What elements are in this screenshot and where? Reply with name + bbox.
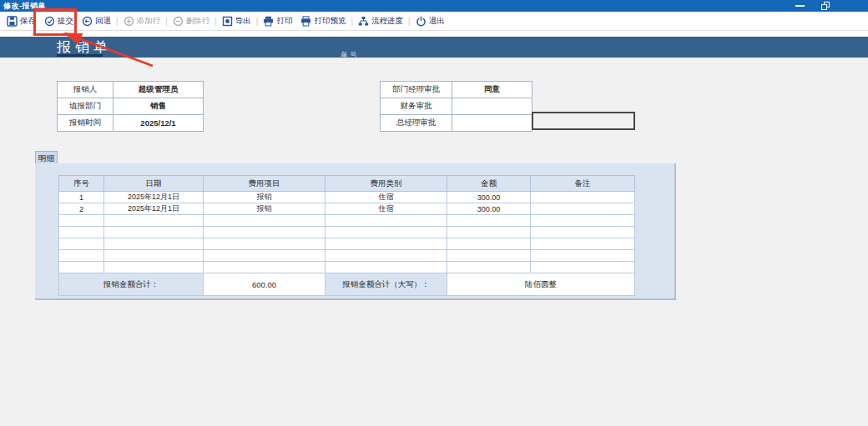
total-amount-label: 报销金额合计： [59,273,204,296]
grid-cell[interactable] [326,250,447,262]
col-header-date: 日期 [104,176,204,192]
grid-cell[interactable] [447,262,531,273]
export-label: 导出 [235,16,251,27]
add-row-label: 添加行 [137,16,161,27]
exit-label: 退出 [429,16,445,27]
grid-cell[interactable] [531,250,635,262]
toolbar-separator: | [214,17,217,26]
grid-cell[interactable]: 住宿 [326,192,447,203]
grid-cell[interactable]: 2025年12月1日 [104,203,204,215]
grid-cell[interactable] [326,227,447,238]
date-field[interactable]: 2025/12/1 [114,115,204,132]
print-button[interactable]: 打印 [259,14,296,28]
table-row: 报销人 超级管理员 [58,82,204,98]
grid-cell[interactable] [326,215,447,227]
grid-cell[interactable] [59,250,104,262]
print-icon [263,16,274,27]
toolbar-separator: | [256,17,259,26]
grid-cell[interactable] [531,203,635,215]
grid-cell[interactable] [204,238,326,250]
grid-cell[interactable] [326,262,447,273]
grid-cell[interactable]: 2 [59,203,104,215]
gm-approval-field[interactable] [452,115,532,132]
col-header-expense-type: 费用类别 [326,176,447,192]
grid-cell[interactable] [204,250,326,262]
col-header-expense-item: 费用项目 [204,176,326,192]
app-window: 修改-报销单 保存 提交 回退 | 添加行 | [0,0,868,426]
save-icon [7,16,18,27]
grid-cell[interactable] [59,262,104,273]
grid-cell[interactable]: 报销 [204,203,326,215]
grid-cell[interactable] [531,238,635,250]
grid-cell[interactable]: 报销 [204,192,326,203]
reimburser-field[interactable]: 超级管理员 [114,82,204,98]
reimburser-label: 报销人 [58,82,114,98]
grid-cell[interactable] [204,227,326,238]
minimize-button[interactable] [795,5,805,7]
total-caps-label: 报销金额合计（大写）： [326,273,447,296]
export-button[interactable]: 导出 [218,14,255,28]
grid-cell[interactable]: 300.00 [447,203,531,215]
table-row: 填报部门 销售 [58,98,204,115]
delete-row-icon [173,16,184,27]
grid-cell[interactable] [447,215,531,227]
order-number-label: 单号 [341,50,359,61]
grid-cell[interactable] [104,238,204,250]
print-preview-button[interactable]: 打印预览 [296,14,350,28]
grid-cell[interactable] [104,227,204,238]
toolbar-gap [0,31,868,37]
grid-cell[interactable] [326,238,447,250]
form-banner [0,37,868,58]
workflow-progress-label: 流程进度 [371,16,403,27]
table-row: 报销时间 2025/12/1 [58,115,204,132]
add-row-button: 添加行 [119,14,165,28]
grid-cell[interactable] [59,215,104,227]
grid-cell[interactable] [59,238,104,250]
department-field[interactable]: 销售 [114,98,204,115]
dept-manager-approval-field[interactable]: 同意 [452,82,532,98]
detail-empty-row [59,250,635,262]
detail-empty-row [59,215,635,227]
grid-cell[interactable] [104,262,204,273]
toolbar-separator: | [408,17,411,26]
gm-approval-label: 总经理审批 [381,115,452,132]
grid-cell[interactable] [104,215,204,227]
grid-cell[interactable] [59,227,104,238]
grid-cell[interactable] [531,192,635,203]
grid-cell[interactable] [447,227,531,238]
grid-cell[interactable] [531,215,635,227]
restore-button[interactable] [821,2,830,10]
grid-cell[interactable]: 2025年12月1日 [104,192,204,203]
table-row: 总经理审批 [381,115,532,132]
col-header-amount: 金额 [447,176,531,192]
grid-cell[interactable] [104,250,204,262]
grid-cell[interactable] [447,238,531,250]
grid-cell[interactable] [204,262,326,273]
annotation-highlight-box [33,8,77,36]
print-preview-label: 打印预览 [314,16,346,27]
print-label: 打印 [276,16,292,27]
grid-cell[interactable] [531,262,635,273]
grid-cell[interactable] [447,250,531,262]
col-header-seq: 序号 [59,176,104,192]
detail-header-row: 序号 日期 费用项目 费用类别 金额 备注 [59,176,635,192]
finance-approval-field[interactable] [452,98,532,115]
grid-cell[interactable] [531,227,635,238]
finance-approval-label: 财务审批 [381,98,452,115]
grid-cell[interactable]: 300.00 [447,192,531,203]
grid-cell[interactable]: 1 [59,192,104,203]
grid-cell[interactable] [204,215,326,227]
exit-button[interactable]: 退出 [411,14,449,28]
department-label: 填报部门 [58,98,114,115]
dept-manager-approval-label: 部门经理审批 [381,82,452,98]
rollback-button[interactable]: 回退 [78,14,115,28]
detail-grid: 序号 日期 费用项目 费用类别 金额 备注 1 2025年12月1日 报销 住宿… [58,175,635,296]
col-header-remark: 备注 [531,176,635,192]
window-titlebar: 修改-报销单 [0,0,868,12]
workflow-progress-button[interactable]: 流程进度 [354,14,407,28]
toolbar: 保存 提交 回退 | 添加行 | 删除行 | 导出 [0,12,868,31]
detail-empty-row [59,238,635,250]
rollback-label: 回退 [95,16,111,27]
grid-cell[interactable]: 住宿 [326,203,447,215]
signature-box[interactable] [532,112,635,130]
